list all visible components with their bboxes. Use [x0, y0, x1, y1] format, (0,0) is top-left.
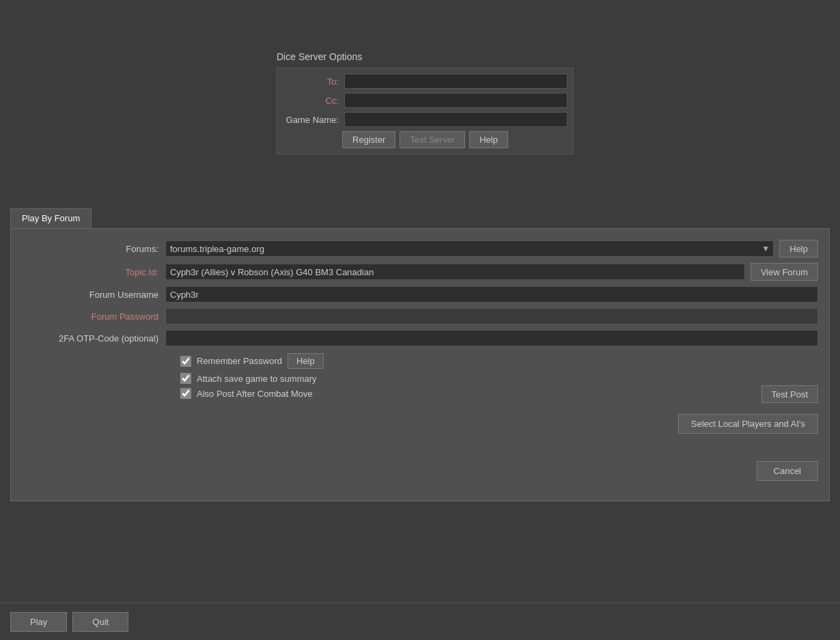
- help-button-forum[interactable]: Help: [779, 240, 818, 258]
- game-name-label: Game Name:: [283, 115, 344, 125]
- forum-username-row: Forum Username: [22, 286, 818, 303]
- test-server-button[interactable]: Test Server: [400, 131, 465, 148]
- remember-password-label: Remember Password: [197, 356, 282, 366]
- also-post-row: Also Post After Combat Move: [180, 388, 317, 399]
- bottom-bar: Play Quit: [0, 602, 840, 640]
- cc-row: Cc:: [283, 93, 568, 108]
- attach-save-label: Attach save game to summary: [197, 374, 317, 384]
- forums-select[interactable]: forums.triplea-game.org: [165, 240, 774, 257]
- forums-label: Forums:: [22, 244, 165, 254]
- help-button-remember[interactable]: Help: [288, 353, 324, 369]
- forum-password-label: Forum Password: [22, 311, 165, 322]
- otp-row: 2FA OTP-Code (optional): [22, 330, 818, 346]
- register-button[interactable]: Register: [342, 131, 395, 148]
- cancel-area: Cancel: [22, 461, 818, 481]
- dice-server-title: Dice Server Options: [277, 51, 574, 62]
- attach-save-checkbox[interactable]: [180, 373, 191, 384]
- cancel-button[interactable]: Cancel: [757, 461, 818, 481]
- forum-username-input[interactable]: [165, 286, 818, 303]
- cc-input[interactable]: [344, 93, 568, 108]
- to-label: To:: [283, 76, 344, 87]
- also-post-checkbox[interactable]: [180, 388, 191, 399]
- remember-password-row: Remember Password Help: [180, 353, 818, 369]
- forums-select-wrapper: forums.triplea-game.org ▼: [165, 240, 774, 257]
- dice-server-table: To: Cc: Game Name: Register Test Server …: [277, 68, 574, 154]
- tab-bar: Play By Forum: [10, 208, 830, 228]
- forum-password-row: Forum Password: [22, 308, 818, 324]
- help-button-dice[interactable]: Help: [469, 131, 508, 148]
- topic-id-row: Topic Id: View Forum: [22, 263, 818, 281]
- forum-password-input[interactable]: [165, 308, 818, 324]
- test-post-button[interactable]: Test Post: [761, 385, 818, 403]
- tab-play-by-forum[interactable]: Play By Forum: [10, 208, 92, 228]
- otp-label: 2FA OTP-Code (optional): [22, 333, 165, 344]
- forum-username-label: Forum Username: [22, 290, 165, 300]
- remember-password-checkbox[interactable]: [180, 356, 191, 367]
- cc-label: Cc:: [283, 96, 344, 106]
- also-post-label: Also Post After Combat Move: [197, 389, 313, 399]
- checkboxes-area: Remember Password Help Attach save game …: [22, 353, 818, 403]
- checkboxes-left: Attach save game to summary Also Post Af…: [180, 373, 317, 403]
- forum-section: Play By Forum Forums: forums.triplea-gam…: [10, 208, 830, 589]
- quit-button[interactable]: Quit: [72, 612, 128, 632]
- forums-row: Forums: forums.triplea-game.org ▼ Help: [22, 240, 818, 258]
- to-row: To:: [283, 74, 568, 89]
- tab-content: Forums: forums.triplea-game.org ▼ Help T…: [10, 228, 830, 501]
- select-players-button[interactable]: Select Local Players and AI's: [678, 414, 818, 434]
- game-name-row: Game Name:: [283, 112, 568, 127]
- select-players-area: Select Local Players and AI's: [22, 414, 818, 434]
- to-input[interactable]: [344, 74, 568, 89]
- play-button[interactable]: Play: [10, 612, 67, 632]
- topic-id-input[interactable]: [165, 264, 745, 280]
- game-name-input[interactable]: [344, 112, 568, 127]
- dice-buttons: Register Test Server Help: [283, 131, 568, 148]
- attach-save-row: Attach save game to summary: [180, 373, 317, 384]
- dice-server-section: Dice Server Options To: Cc: Game Name: R…: [277, 51, 574, 154]
- view-forum-button[interactable]: View Forum: [751, 263, 818, 281]
- otp-input[interactable]: [165, 330, 818, 346]
- topic-id-label: Topic Id:: [22, 267, 165, 277]
